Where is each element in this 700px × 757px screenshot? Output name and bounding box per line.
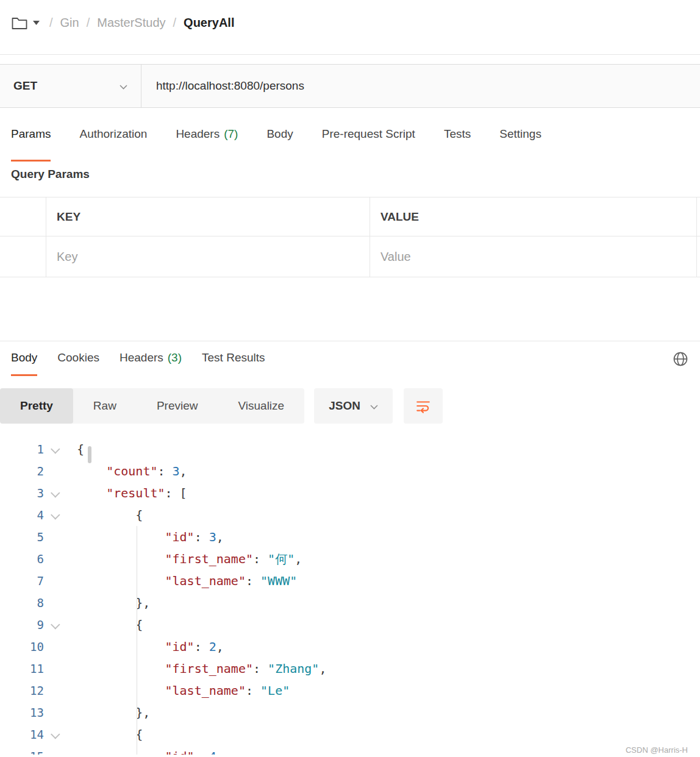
response-body-editor[interactable]: 1 { 2 "count": 3, 3 "result": [ xyxy=(0,433,700,755)
language-select[interactable]: JSON xyxy=(314,388,393,424)
code-line-content: "first_name": "Zhang", xyxy=(67,658,326,680)
tab-label: Tests xyxy=(444,127,471,141)
tab-label: Cookies xyxy=(57,351,99,364)
code-line-content: "result": [ xyxy=(67,482,187,504)
code-token: , xyxy=(180,464,187,478)
request-tab[interactable]: Params xyxy=(11,108,51,162)
code-token: : xyxy=(253,661,268,676)
fold-chevron-icon[interactable] xyxy=(44,614,67,636)
code-token: : xyxy=(157,464,172,478)
tab-count-badge: (7) xyxy=(224,127,238,141)
tab-count-badge: (3) xyxy=(168,351,182,364)
view-mode-button[interactable]: Pretty xyxy=(0,388,73,424)
code-line: 7 "last_name": "WWW" xyxy=(0,570,700,592)
chevron-down-icon xyxy=(370,399,378,413)
response-tab[interactable]: Body xyxy=(11,341,37,376)
globe-icon[interactable] xyxy=(672,341,689,376)
fold-chevron-icon[interactable] xyxy=(44,482,67,504)
row-handle-column xyxy=(0,197,46,236)
query-params-title: Query Params xyxy=(11,168,689,185)
code-token xyxy=(77,661,165,676)
code-token xyxy=(77,552,165,566)
code-token xyxy=(77,617,135,632)
method-select[interactable]: GET xyxy=(0,65,141,107)
request-tab[interactable]: Authorization xyxy=(79,108,147,162)
code-token: : xyxy=(195,639,209,654)
collection-caret-icon[interactable] xyxy=(33,21,40,25)
code-line-content: { xyxy=(67,504,143,526)
request-tab[interactable]: Settings xyxy=(499,108,541,162)
line-number: 3 xyxy=(0,482,44,504)
method-label: GET xyxy=(13,79,37,93)
line-number: 5 xyxy=(0,526,44,548)
code-token: "first_name" xyxy=(165,552,254,566)
code-token xyxy=(77,508,135,522)
view-mode-button[interactable]: Raw xyxy=(73,388,137,424)
breadcrumb-separator: / xyxy=(85,16,91,30)
code-line-content: "id": 2, xyxy=(67,636,224,658)
line-number: 10 xyxy=(0,636,44,658)
code-token: "last_name" xyxy=(165,683,246,698)
code-token: , xyxy=(216,749,224,755)
response-tab[interactable]: Headers (3) xyxy=(120,341,182,376)
view-mode-switcher: Pretty Raw Preview Visualize xyxy=(0,388,304,424)
code-line-content: "last_name": "Le" xyxy=(67,680,290,702)
column-header-value: VALUE xyxy=(370,197,696,236)
value-input[interactable]: Value xyxy=(370,236,696,277)
wrap-text-icon xyxy=(415,398,431,414)
code-line-content: "last_name": "WWW" xyxy=(67,570,297,592)
code-token: "id" xyxy=(165,530,195,544)
tab-label: Pre-request Script xyxy=(322,127,415,141)
fold-chevron-icon[interactable] xyxy=(44,723,67,745)
response-tab[interactable]: Cookies xyxy=(57,341,99,376)
row-extra-column xyxy=(696,236,700,277)
code-line-content: }, xyxy=(67,702,150,723)
code-token: "Le" xyxy=(260,683,290,698)
response-tab[interactable]: Test Results xyxy=(202,341,265,376)
code-line-content: { xyxy=(67,723,143,745)
collection-folder-icon[interactable] xyxy=(11,15,28,31)
url-value: http://localhost:8080/persons xyxy=(156,79,304,93)
view-mode-button[interactable]: Preview xyxy=(137,388,218,424)
view-mode-label: Visualize xyxy=(238,399,284,413)
breadcrumb-separator: / xyxy=(48,16,54,30)
line-number: 7 xyxy=(0,570,44,592)
tab-label: Headers xyxy=(176,127,220,141)
view-mode-button[interactable]: Visualize xyxy=(218,388,304,424)
view-mode-label: Raw xyxy=(93,399,116,413)
code-token: "first_name" xyxy=(165,661,254,676)
code-token: "count" xyxy=(106,464,157,478)
request-tab[interactable]: Headers (7) xyxy=(176,108,238,162)
request-url-bar: GET http://localhost:8080/persons xyxy=(0,64,700,108)
fold-chevron-icon[interactable] xyxy=(44,438,67,460)
tab-label: Body xyxy=(11,351,37,364)
wrap-text-button[interactable] xyxy=(404,388,443,424)
code-line-content: "id": 3, xyxy=(67,526,224,548)
code-token xyxy=(77,574,165,588)
breadcrumb-folder[interactable]: MasterStudy xyxy=(97,16,165,30)
code-token: , xyxy=(295,552,302,566)
response-tab-list: Body Cookies Headers (3) Test Results xyxy=(11,341,265,376)
code-line: 10 "id": 2, xyxy=(0,636,700,658)
request-tab[interactable]: Tests xyxy=(444,108,471,162)
request-tab[interactable]: Body xyxy=(266,108,293,162)
request-tab[interactable]: Pre-request Script xyxy=(322,108,415,162)
code-token xyxy=(77,595,135,610)
code-line: 6 "first_name": "何", xyxy=(0,548,700,570)
chevron-down-icon xyxy=(120,79,127,93)
code-line: 14 { xyxy=(0,723,700,745)
key-input[interactable]: Key xyxy=(46,236,370,277)
tab-label: Params xyxy=(11,127,51,141)
breadcrumb-collection[interactable]: Gin xyxy=(60,16,79,30)
code-line: 2 "count": 3, xyxy=(0,460,700,482)
fold-chevron-icon[interactable] xyxy=(44,504,67,526)
code-token: "何" xyxy=(268,552,295,566)
code-token xyxy=(77,530,165,544)
url-input[interactable]: http://localhost:8080/persons xyxy=(141,65,700,107)
code-token: : xyxy=(195,749,209,755)
code-lines: 1 { 2 "count": 3, 3 "result": [ xyxy=(0,438,700,755)
code-caret-bar xyxy=(88,446,91,463)
line-number: 4 xyxy=(0,504,44,526)
watermark: CSDN @Harris-H xyxy=(626,745,688,755)
line-number: 15 xyxy=(0,745,44,755)
